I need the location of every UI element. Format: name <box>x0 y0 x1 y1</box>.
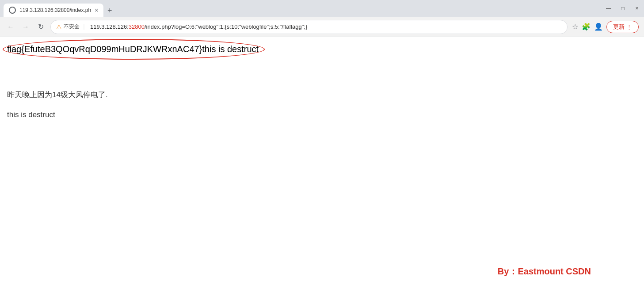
extension-icon[interactable]: 🧩 <box>582 23 591 31</box>
bookmark-icon[interactable]: ☆ <box>572 23 578 31</box>
maximize-button[interactable]: □ <box>619 5 626 11</box>
warning-icon: ⚠ <box>56 23 62 30</box>
blog-content: 昨天晚上因为14级大风停电了. this is destruct <box>7 90 637 119</box>
menu-dots-icon: ⋮ <box>626 23 632 30</box>
forward-button[interactable]: → <box>20 23 31 31</box>
page-content: flag{EfuteB3QOqvRqD099mHuDRJKWRxnAC47}th… <box>0 37 644 304</box>
reload-button[interactable]: ↻ <box>35 23 46 31</box>
address-icons: ☆ 🧩 👤 更新 ⋮ <box>572 21 639 33</box>
destruct-text: this is destruct <box>7 110 637 119</box>
url-host: 119.3.128.126: <box>90 23 129 30</box>
tab-favicon <box>9 7 16 14</box>
new-tab-button[interactable]: + <box>103 4 116 17</box>
account-icon[interactable]: 👤 <box>594 23 603 31</box>
active-tab[interactable]: 119.3.128.126:32800/index.ph × <box>4 4 103 17</box>
browser-window: 119.3.128.126:32800/index.ph × + — □ × ←… <box>0 0 644 304</box>
close-button[interactable]: × <box>633 5 640 11</box>
tab-close-button[interactable]: × <box>95 7 98 13</box>
back-button[interactable]: ← <box>5 23 16 31</box>
url-separator: ｜ <box>81 23 87 30</box>
url-path: /index.php?log=O:6:"weblog":1:{s:10:"web… <box>145 23 307 30</box>
tab-title: 119.3.128.126:32800/index.ph <box>19 7 91 13</box>
security-warning: ⚠ 不安全 ｜ <box>56 23 87 30</box>
update-label: 更新 <box>613 23 625 31</box>
url-port: 32800 <box>129 23 145 30</box>
update-button[interactable]: 更新 ⋮ <box>606 21 639 33</box>
tab-area: 119.3.128.126:32800/index.ph × + <box>4 0 600 17</box>
minimize-button[interactable]: — <box>605 5 612 11</box>
address-bar: ← → ↻ ⚠ 不安全 ｜ 119.3.128.126:32800/index.… <box>0 17 644 37</box>
security-label: 不安全 <box>64 23 80 30</box>
window-controls: — □ × <box>605 5 640 11</box>
url-bar[interactable]: ⚠ 不安全 ｜ 119.3.128.126:32800/index.php?lo… <box>50 20 568 34</box>
flag-container: flag{EfuteB3QOqvRqD099mHuDRJKWRxnAC47}th… <box>7 44 259 54</box>
footer-credit: By：Eastmount CSDN <box>498 266 591 277</box>
flag-text: flag{EfuteB3QOqvRqD099mHuDRJKWRxnAC47}th… <box>7 44 259 54</box>
url-text: 119.3.128.126:32800/index.php?log=O:6:"w… <box>90 23 562 30</box>
title-bar: 119.3.128.126:32800/index.ph × + — □ × <box>0 0 644 17</box>
blog-post-text: 昨天晚上因为14级大风停电了. <box>7 90 637 100</box>
